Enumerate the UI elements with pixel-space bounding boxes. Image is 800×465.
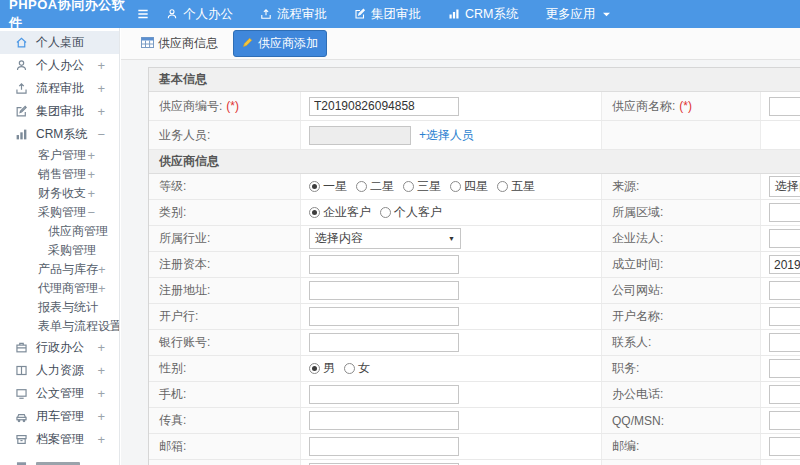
user-icon bbox=[166, 8, 178, 20]
bank-account-input[interactable] bbox=[309, 333, 459, 352]
sidebar-item-customer-management[interactable]: 客户管理 + bbox=[0, 146, 119, 165]
email-input[interactable] bbox=[309, 437, 459, 456]
account-name-input[interactable] bbox=[769, 307, 800, 326]
staff-input[interactable] bbox=[309, 126, 411, 145]
website-label: 公司网站: bbox=[601, 278, 761, 303]
sidebar-item-group-approval[interactable]: 集团审批 + bbox=[0, 100, 119, 123]
form-row: 等级: 一星 二星 三星 四星 五星 来源: 选择内容 ▼ bbox=[149, 174, 800, 200]
website-input[interactable] bbox=[769, 281, 800, 300]
nav-personal-office[interactable]: 个人办公 bbox=[166, 6, 233, 23]
nav-crm-system[interactable]: CRM系统 bbox=[448, 6, 518, 23]
expand-toggle[interactable]: + bbox=[97, 410, 105, 423]
choose-staff-link[interactable]: +选择人员 bbox=[419, 127, 474, 144]
car-icon bbox=[15, 410, 28, 423]
position-input[interactable] bbox=[769, 359, 800, 378]
radio-icon bbox=[380, 207, 391, 218]
tab-supplier-info[interactable]: 供应商信息 bbox=[133, 31, 226, 56]
nav-more-apps[interactable]: 更多应用 bbox=[545, 6, 611, 23]
mobile-input[interactable] bbox=[309, 385, 459, 404]
expand-toggle[interactable]: + bbox=[87, 168, 95, 181]
source-select[interactable]: 选择内容 ▼ bbox=[769, 176, 800, 197]
sidebar-item-workflow-approval[interactable]: 流程审批 + bbox=[0, 77, 119, 100]
category-label: 类别: bbox=[149, 200, 301, 225]
sidebar-item-purchase-management[interactable]: 采购管理 − bbox=[0, 203, 119, 222]
radio-option[interactable]: 企业客户 bbox=[309, 204, 371, 221]
supplier-name-input[interactable] bbox=[769, 97, 800, 116]
required-mark: (*) bbox=[679, 99, 692, 113]
level-label: 等级: bbox=[149, 174, 301, 199]
radio-option[interactable]: 个人客户 bbox=[380, 204, 442, 221]
radio-option[interactable]: 二星 bbox=[356, 178, 394, 195]
expand-toggle[interactable]: + bbox=[97, 387, 105, 400]
radio-icon bbox=[356, 181, 367, 192]
sidebar-item-agent-management[interactable]: 代理商管理 + bbox=[0, 279, 119, 298]
sidebar-item-procurement[interactable]: 采购管理 bbox=[0, 241, 119, 260]
book-icon bbox=[15, 364, 28, 377]
legal-person-input[interactable] bbox=[769, 229, 800, 248]
supplier-code-input[interactable] bbox=[309, 97, 459, 116]
expand-toggle[interactable]: + bbox=[97, 364, 105, 377]
category-radio-group: 企业客户 个人客户 bbox=[309, 204, 442, 221]
bank-input[interactable] bbox=[309, 307, 459, 326]
form-row: 业务人员: +选择人员 bbox=[149, 121, 800, 150]
expand-toggle[interactable]: + bbox=[87, 149, 95, 162]
sidebar-item-finance[interactable]: 财务收支 + bbox=[0, 184, 119, 203]
sidebar-item-archive-management[interactable]: 档案管理 + bbox=[0, 428, 119, 451]
sidebar-item-human-resources[interactable]: 人力资源 + bbox=[0, 359, 119, 382]
office-phone-input[interactable] bbox=[769, 385, 800, 404]
sidebar-item-vehicle-management[interactable]: 用车管理 + bbox=[0, 405, 119, 428]
sidebar-item-document-management[interactable]: 公文管理 + bbox=[0, 382, 119, 405]
bank-label: 开户行: bbox=[149, 304, 301, 329]
supplier-add-form: 基本信息 供应商编号: (*) 供应商名称: (*) bbox=[148, 67, 800, 465]
fax-label: 传真: bbox=[149, 408, 301, 433]
expand-toggle[interactable]: + bbox=[97, 82, 105, 95]
radio-icon bbox=[497, 181, 508, 192]
registered-address-input[interactable] bbox=[309, 281, 459, 300]
expand-toggle[interactable]: + bbox=[98, 263, 106, 276]
expand-toggle[interactable]: + bbox=[98, 282, 106, 295]
sidebar-item-personal-office[interactable]: 个人办公 + bbox=[0, 54, 119, 77]
sidebar-item-reports-statistics[interactable]: 报表与统计 bbox=[0, 298, 119, 317]
tab-supplier-add[interactable]: 供应商添加 bbox=[233, 30, 327, 57]
radio-option[interactable]: 五星 bbox=[497, 178, 535, 195]
sidebar-item-crm-system[interactable]: CRM系统 − bbox=[0, 123, 119, 146]
registered-capital-input[interactable] bbox=[309, 255, 459, 274]
radio-option[interactable]: 四星 bbox=[450, 178, 488, 195]
sidebar-item-partial[interactable] bbox=[0, 454, 119, 465]
qq-msn-input[interactable] bbox=[769, 411, 800, 430]
contact-label: 联系人: bbox=[601, 330, 761, 355]
expand-toggle[interactable]: + bbox=[97, 341, 105, 354]
nav-group-approval[interactable]: 集团审批 bbox=[354, 6, 421, 23]
sidebar-item-personal-desktop[interactable]: 个人桌面 bbox=[0, 31, 119, 54]
radio-option[interactable]: 女 bbox=[344, 360, 370, 377]
sidebar-item-product-inventory[interactable]: 产品与库存 + bbox=[0, 260, 119, 279]
fax-input[interactable] bbox=[309, 411, 459, 430]
form-row: 注册地址: 公司网站: bbox=[149, 278, 800, 304]
collapse-toggle[interactable]: − bbox=[97, 128, 105, 141]
gender-label: 性别: bbox=[149, 356, 301, 381]
radio-option[interactable]: 男 bbox=[309, 360, 335, 377]
industry-select[interactable]: 选择内容 ▼ bbox=[309, 228, 461, 249]
form-row: 所属行业: 选择内容 ▼ 企业法人: bbox=[149, 226, 800, 252]
caret-down-icon bbox=[602, 11, 611, 18]
sidebar-item-form-workflow-settings[interactable]: 表单与流程设置 + bbox=[0, 317, 119, 336]
established-date-input[interactable] bbox=[769, 255, 800, 274]
expand-toggle[interactable]: + bbox=[97, 105, 105, 118]
expand-toggle[interactable]: + bbox=[97, 433, 105, 446]
hamburger-menu-icon[interactable] bbox=[136, 7, 150, 21]
expand-toggle[interactable]: + bbox=[97, 59, 105, 72]
contact-input[interactable] bbox=[769, 333, 800, 352]
radio-option[interactable]: 三星 bbox=[403, 178, 441, 195]
sidebar-item-sales-management[interactable]: 销售管理 + bbox=[0, 165, 119, 184]
expand-toggle[interactable]: + bbox=[87, 187, 95, 200]
archive-icon bbox=[15, 433, 28, 446]
sidebar-item-administration[interactable]: 行政办公 + bbox=[0, 336, 119, 359]
region-input[interactable] bbox=[769, 203, 800, 222]
zip-input[interactable] bbox=[769, 437, 800, 456]
radio-option[interactable]: 一星 bbox=[309, 178, 347, 195]
document-icon bbox=[15, 387, 28, 400]
sidebar-item-supplier-management[interactable]: 供应商管理 bbox=[0, 222, 119, 241]
form-row: 性别: 男 女 职务: bbox=[149, 356, 800, 382]
collapse-toggle[interactable]: − bbox=[87, 206, 95, 219]
nav-workflow-approval[interactable]: 流程审批 bbox=[260, 6, 327, 23]
